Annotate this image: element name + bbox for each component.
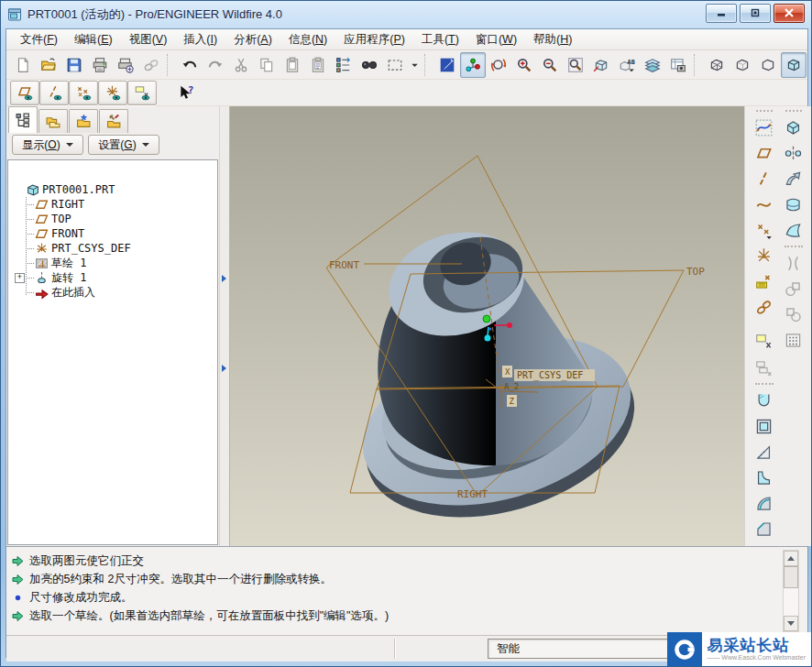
menu-item-4[interactable]: 分析(A) [225,29,280,49]
draft-tool-button[interactable] [751,439,777,465]
graphics-viewport[interactable]: X PRT_CSYS_DEF A_2 Z FRONT T [230,106,744,546]
top-plane-label[interactable]: TOP [686,266,705,278]
annotation-tool-alt-button[interactable] [751,355,777,380]
scrollbar-thumb[interactable] [784,566,798,588]
orient-mode-button[interactable] [486,52,511,78]
axis-display-button[interactable] [39,81,69,105]
round-tool-button[interactable] [751,490,777,516]
hole-tool-button[interactable] [751,388,777,413]
menu-item-9[interactable]: 帮助(H) [525,29,580,49]
menu-item-7[interactable]: 工具(T) [413,29,467,49]
cut-button[interactable] [228,52,254,78]
shell-tool-button[interactable] [751,413,777,439]
tree-menu-button-0[interactable]: 显示(O) [12,135,83,155]
redraw-button[interactable] [434,52,460,78]
expand-icon[interactable]: + [15,273,25,283]
tree-item[interactable]: 草绘 1 [14,256,217,270]
chamfer-tool-button[interactable] [751,516,777,541]
boundary-blend-tool-button[interactable] [780,191,807,217]
tree-item[interactable]: PRT0001.PRT [14,182,217,197]
spin-center-button[interactable] [460,52,486,78]
style-tool-button[interactable] [780,217,807,243]
layers-button[interactable] [640,52,665,78]
link-button[interactable] [138,52,164,78]
merge-tool-button[interactable] [780,276,807,301]
front-plane-label[interactable]: FRONT [329,259,359,271]
hidden-line-button[interactable] [730,52,755,78]
sweep-tool-button[interactable] [780,166,807,191]
menu-item-1[interactable]: 编辑(E) [66,29,121,49]
plane-display-button[interactable] [10,81,39,105]
tree-item[interactable]: FRONT [14,226,217,241]
close-button[interactable] [774,4,805,23]
right-plane-label[interactable]: RIGHT [457,488,488,500]
saved-views-button[interactable] [588,52,614,78]
paste-button[interactable] [280,52,305,78]
scroll-up-button[interactable] [784,551,798,566]
panel-splitter[interactable] [219,106,230,546]
splitter-arrow-icon[interactable] [222,275,226,282]
model-tree-settings-button[interactable] [331,52,357,78]
menu-item-2[interactable]: 视图(V) [121,29,176,49]
folder-browser-tab[interactable] [38,109,68,133]
menu-item-8[interactable]: 窗口(W) [467,29,525,49]
minimize-button[interactable] [706,4,737,23]
undo-button[interactable] [177,52,203,78]
caret-button[interactable] [408,52,422,78]
datum-axis-tool-button[interactable] [751,166,777,191]
tree-item[interactable]: RIGHT [14,197,217,212]
tree-item[interactable]: +旋转 1 [14,270,217,285]
pattern-tool-button[interactable] [780,327,807,353]
open-file-button[interactable] [36,52,61,78]
csys-display-button[interactable] [98,81,127,105]
model-tree-tab[interactable] [8,106,38,133]
find-button[interactable] [357,52,382,78]
datum-plane-tool-button[interactable] [751,140,777,166]
link-tool-button[interactable] [751,294,777,320]
connections-tab[interactable] [99,109,128,133]
dimension-tool-button[interactable] [751,268,777,294]
tree-item[interactable]: TOP [14,212,217,226]
redo-button[interactable] [203,52,228,78]
scroll-down-button[interactable] [784,616,798,631]
extrude-tool-button[interactable] [780,115,807,140]
point-display-button[interactable] [69,81,98,105]
datum-curve-tool-button[interactable] [751,191,777,217]
annotation-display-button[interactable] [127,81,157,105]
datum-csys-tool-button[interactable] [751,243,777,268]
menu-item-5[interactable]: 信息(N) [280,29,335,49]
menu-item-0[interactable]: 文件(F) [12,29,66,49]
favorites-tab[interactable] [69,109,98,133]
datum-point-tool-button[interactable] [751,217,777,243]
annotation-tool-button[interactable] [751,329,777,355]
tree-item[interactable]: PRT_CSYS_DEF [14,241,217,256]
no-hidden-button[interactable] [755,52,781,78]
sketch-tool-button[interactable] [751,115,777,140]
shaded-button[interactable] [781,52,807,78]
selection-box-button[interactable] [382,52,408,78]
menu-item-3[interactable]: 插入(I) [175,29,225,49]
tree-item[interactable]: 在此插入 [14,285,217,300]
rib-tool-button[interactable] [751,465,777,490]
refit-button[interactable] [563,52,588,78]
new-file-button[interactable] [10,52,36,78]
print-setup-button[interactable] [113,52,138,78]
menu-item-6[interactable]: 应用程序(P) [335,29,413,49]
restore-button[interactable] [740,4,771,23]
paste-special-button[interactable] [305,52,331,78]
context-help-button[interactable]: ? [171,81,201,105]
view-manager-button[interactable] [665,52,691,78]
splitter-arrow-icon[interactable] [222,365,226,372]
zoom-in-button[interactable] [511,52,537,78]
pipe-tool-button[interactable] [780,250,807,276]
print-button[interactable] [87,52,113,78]
wireframe-button[interactable] [704,52,730,78]
trim-tool-button[interactable] [780,301,807,327]
tree-menu-button-1[interactable]: 设置(G) [88,135,159,155]
revolve-tool-button[interactable] [780,140,807,166]
save-file-button[interactable] [61,52,87,78]
named-views-button[interactable]: AB [614,52,640,78]
zoom-out-button[interactable] [537,52,563,78]
copy-button[interactable] [254,52,280,78]
message-scrollbar[interactable] [783,550,799,632]
